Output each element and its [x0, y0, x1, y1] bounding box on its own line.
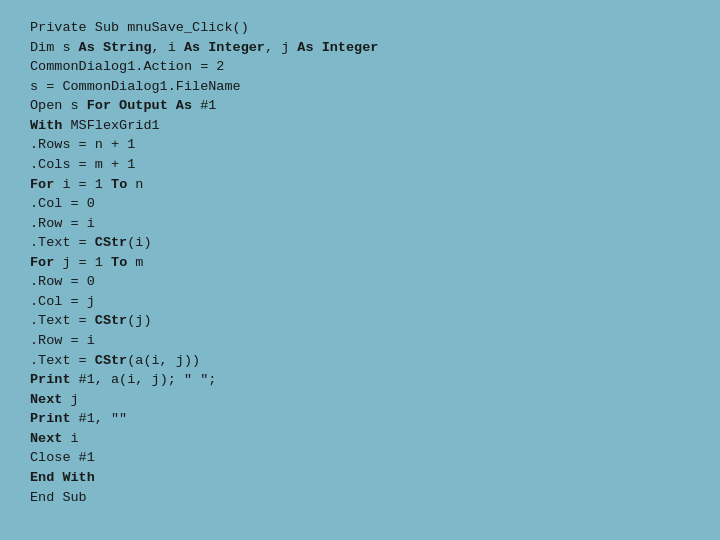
keyword: Next	[30, 431, 62, 446]
code-text: Close #1	[30, 450, 95, 465]
keyword: As Integer	[297, 40, 378, 55]
code-text: #1	[192, 98, 216, 113]
keyword: For Output As	[87, 98, 192, 113]
code-text: #1, ""	[71, 411, 128, 426]
code-text: j	[62, 392, 78, 407]
code-text: .Row = 0	[30, 274, 95, 289]
code-text: Private Sub	[30, 20, 127, 35]
code-text: m	[127, 255, 143, 270]
code-line: .Text = CStr(a(i, j))	[30, 351, 378, 371]
code-line: .Row = i	[30, 331, 378, 351]
code-line: Print #1, a(i, j); " ";	[30, 370, 378, 390]
code-text: CommonDialog1.Action = 2	[30, 59, 224, 74]
code-text: .Cols = m + 1	[30, 157, 135, 172]
code-line: .Rows = n + 1	[30, 135, 378, 155]
code-text: .Text =	[30, 353, 95, 368]
keyword: CStr	[95, 235, 127, 250]
code-text: (i)	[127, 235, 151, 250]
code-text: (j)	[127, 313, 151, 328]
keyword: End With	[30, 470, 95, 485]
code-text: j = 1	[54, 255, 111, 270]
code-line: For i = 1 To n	[30, 175, 378, 195]
keyword: As Integer	[184, 40, 265, 55]
code-line: .Col = 0	[30, 194, 378, 214]
keyword: Print	[30, 372, 71, 387]
code-line: Close #1	[30, 448, 378, 468]
code-line: Private Sub mnuSave_Click()	[30, 18, 378, 38]
code-line: .Text = CStr(j)	[30, 311, 378, 331]
keyword: Next	[30, 392, 62, 407]
keyword: To	[111, 177, 127, 192]
keyword: CStr	[95, 353, 127, 368]
code-text: Dim s	[30, 40, 79, 55]
code-line: s = CommonDialog1.FileName	[30, 77, 378, 97]
code-line: With MSFlexGrid1	[30, 116, 378, 136]
code-text: , j	[265, 40, 297, 55]
code-text: n	[127, 177, 143, 192]
code-text: mnuSave_Click()	[127, 20, 249, 35]
code-text: End Sub	[30, 490, 87, 505]
code-text: " "	[184, 372, 208, 387]
code-text: , i	[152, 40, 184, 55]
code-line: End Sub	[30, 488, 378, 508]
code-line: .Cols = m + 1	[30, 155, 378, 175]
code-text: ;	[208, 372, 216, 387]
code-text: MSFlexGrid1	[62, 118, 159, 133]
keyword: Print	[30, 411, 71, 426]
code-line: Print #1, ""	[30, 409, 378, 429]
code-line: .Col = j	[30, 292, 378, 312]
code-text: i	[62, 431, 78, 446]
code-line: CommonDialog1.Action = 2	[30, 57, 378, 77]
keyword: To	[111, 255, 127, 270]
keyword: For	[30, 255, 54, 270]
code-line: For j = 1 To m	[30, 253, 378, 273]
code-text: .Col = 0	[30, 196, 95, 211]
keyword: With	[30, 118, 62, 133]
code-text: #1, a(i, j);	[71, 372, 184, 387]
code-text: i = 1	[54, 177, 111, 192]
code-text: .Text =	[30, 235, 95, 250]
keyword: For	[30, 177, 54, 192]
code-block: Private Sub mnuSave_Click()Dim s As Stri…	[30, 18, 378, 507]
code-text: s = CommonDialog1.FileName	[30, 79, 241, 94]
code-text: .Row = i	[30, 216, 95, 231]
code-line: End With	[30, 468, 378, 488]
code-line: .Row = i	[30, 214, 378, 234]
code-line: Next i	[30, 429, 378, 449]
code-line: .Row = 0	[30, 272, 378, 292]
code-line: Open s For Output As #1	[30, 96, 378, 116]
code-text: (a(i, j))	[127, 353, 200, 368]
code-text: .Row = i	[30, 333, 95, 348]
code-text: .Rows = n + 1	[30, 137, 135, 152]
code-text: .Text =	[30, 313, 95, 328]
keyword: As String	[79, 40, 152, 55]
code-line: Dim s As String, i As Integer, j As Inte…	[30, 38, 378, 58]
code-text: .Col = j	[30, 294, 95, 309]
code-text: Open s	[30, 98, 87, 113]
code-line: .Text = CStr(i)	[30, 233, 378, 253]
keyword: CStr	[95, 313, 127, 328]
code-line: Next j	[30, 390, 378, 410]
